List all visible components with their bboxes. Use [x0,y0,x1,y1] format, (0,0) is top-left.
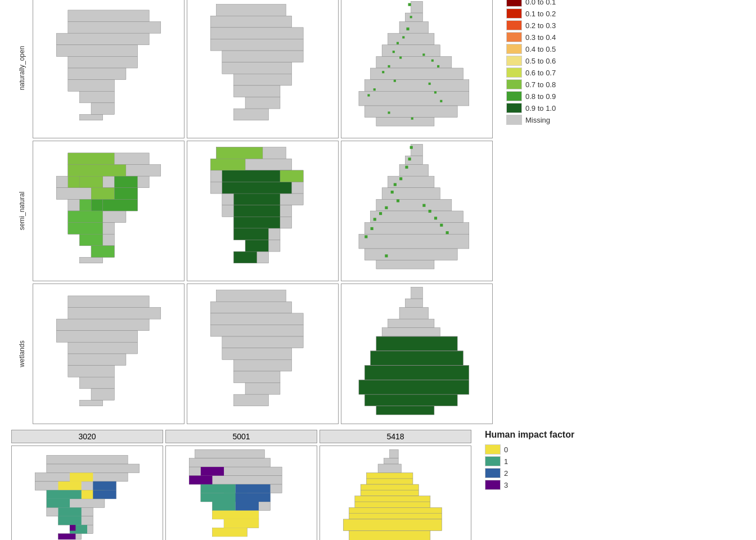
svg-rect-29 [371,68,464,80]
alien-legend-swatch-7 [506,79,522,89]
bottom-map-cell-0 [11,446,163,540]
alien-legend-item-10: Missing [506,115,604,125]
bottom-map-cell-2 [320,446,471,540]
alien-legend-area: Alien species indicator 0.0 to 0.1 0.1 t… [506,0,604,127]
alien-legend-item-8: 0.8 to 0.9 [506,91,604,101]
svg-rect-1 [68,10,149,22]
svg-rect-125 [434,217,437,219]
svg-rect-134 [56,319,149,331]
svg-rect-123 [379,212,382,215]
svg-rect-47 [429,83,431,85]
svg-rect-8 [79,91,114,103]
svg-rect-205 [212,528,247,536]
svg-rect-163 [364,394,457,406]
svg-rect-186 [58,516,81,525]
svg-rect-49 [440,100,442,102]
svg-rect-149 [233,359,291,371]
svg-rect-189 [93,490,116,498]
svg-rect-128 [446,231,449,234]
svg-rect-52 [388,111,390,114]
human-legend-label-3: 3 [504,481,508,489]
svg-rect-70 [114,176,137,188]
alien-legend-item-1: 0.1 to 0.2 [506,8,604,19]
svg-rect-144 [210,302,291,313]
row-label-container-0: naturally_open [11,64,33,72]
map-cell-0-0 [33,0,184,138]
svg-rect-135 [56,331,137,343]
human-legend-item-0: 0 [485,444,574,454]
alien-legend-swatch-5 [506,56,522,66]
svg-rect-136 [68,342,138,354]
svg-rect-127 [371,227,374,230]
svg-rect-113 [410,146,413,149]
svg-rect-66 [68,165,126,177]
svg-rect-13 [210,16,291,28]
svg-rect-9 [91,103,114,115]
svg-rect-150 [233,371,280,383]
human-legend-swatch-1 [485,456,501,466]
svg-rect-161 [364,366,469,380]
svg-rect-217 [384,458,398,464]
svg-rect-16 [222,51,303,62]
alien-legend-label-9: 0.9 to 1.0 [525,104,556,112]
svg-rect-72 [103,199,138,211]
svg-rect-100 [280,170,303,182]
alien-legend-label-0: 0.0 to 0.1 [525,0,556,6]
svg-rect-130 [385,254,388,257]
svg-rect-206 [201,484,236,493]
bottom-map-row [11,446,474,540]
human-legend-title: Human impact factor [485,430,574,440]
svg-rect-170 [47,456,128,464]
svg-rect-171 [47,464,140,472]
svg-rect-191 [70,525,75,530]
svg-rect-92 [233,194,280,205]
svg-rect-154 [411,287,423,299]
svg-rect-193 [195,449,265,458]
svg-rect-97 [233,251,256,263]
svg-rect-71 [114,188,137,200]
alien-legend-item-2: 0.2 to 0.3 [506,20,604,30]
bottom-grid-area: 3020 5001 5418 [11,430,474,540]
human-legend-label-0: 0 [504,446,508,454]
svg-rect-91 [222,182,292,194]
map-svg-2-2 [341,284,492,424]
svg-rect-76 [68,223,103,235]
alien-legend-swatch-1 [506,8,522,19]
svg-rect-157 [388,319,434,327]
bottom-col-header-2: 5418 [320,430,471,443]
svg-rect-51 [367,94,370,96]
map-cell-1-1 [187,141,339,281]
svg-rect-39 [393,51,395,53]
map-cell-2-0 [33,284,184,424]
map-svg-0-0 [33,0,184,138]
alien-legend-item-9: 0.9 to 1.0 [506,103,604,113]
svg-rect-118 [391,191,394,194]
svg-rect-115 [405,166,408,169]
svg-rect-25 [399,22,429,34]
svg-rect-31 [359,91,469,106]
map-svg-1-0 [33,141,184,281]
svg-rect-75 [68,211,103,223]
svg-rect-111 [364,249,457,260]
svg-rect-2 [68,22,161,34]
svg-rect-145 [210,313,303,325]
svg-rect-203 [212,510,258,519]
svg-rect-43 [437,65,439,68]
svg-rect-211 [236,493,271,502]
alien-legend-swatch-6 [506,68,522,78]
svg-rect-98 [217,147,263,159]
svg-rect-140 [91,389,114,400]
svg-rect-32 [364,106,457,118]
svg-rect-15 [210,39,303,51]
map-svg-2-1 [187,284,338,424]
svg-rect-108 [371,211,464,223]
svg-rect-133 [68,308,161,320]
bottom-section: 3020 5001 5418 [11,430,745,540]
map-cell-0-1 [187,0,339,138]
map-cell-2-2 [341,284,493,424]
svg-rect-64 [79,257,102,263]
alien-legend-swatch-9 [506,103,522,113]
svg-rect-68 [91,188,114,200]
svg-rect-103 [405,156,422,164]
svg-rect-42 [431,60,434,62]
